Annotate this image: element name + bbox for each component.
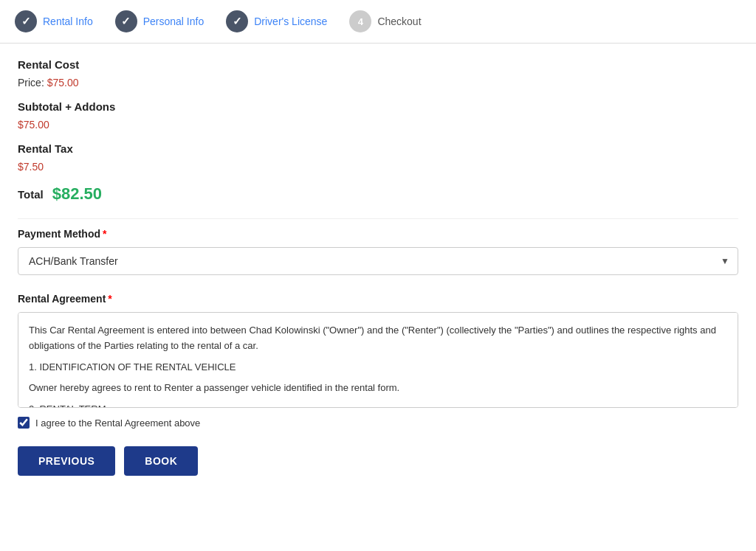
step-circle-3 xyxy=(226,10,248,32)
step-label-drivers-license[interactable]: Driver's License xyxy=(254,15,327,27)
check-icon-3 xyxy=(233,15,242,28)
step-label-checkout[interactable]: Checkout xyxy=(377,15,421,27)
subtotal-title: Subtotal + Addons xyxy=(18,100,738,113)
main-content: Rental Cost Price: $75.00 Subtotal + Add… xyxy=(0,44,756,491)
step-checkout[interactable]: 4 Checkout xyxy=(349,10,421,32)
step-label-rental-info[interactable]: Rental Info xyxy=(43,15,93,27)
price-line: Price: $75.00 xyxy=(18,77,738,89)
total-row: Total $82.50 xyxy=(18,184,738,204)
payment-required-star: * xyxy=(103,228,106,240)
rental-cost-title: Rental Cost xyxy=(18,58,738,71)
step-circle-2 xyxy=(115,10,137,32)
agreement-section1-body: Owner hereby agrees to rent to Renter a … xyxy=(29,381,727,396)
agree-checkbox[interactable] xyxy=(18,417,30,429)
total-label: Total xyxy=(18,188,44,201)
price-value: $75.00 xyxy=(47,77,79,89)
step-number-4: 4 xyxy=(358,16,363,27)
agreement-checkbox-row: I agree to the Rental Agreement above xyxy=(18,417,738,429)
step-circle-4: 4 xyxy=(349,10,371,32)
button-row: PREVIOUS BOOK xyxy=(18,446,738,476)
previous-button[interactable]: PREVIOUS xyxy=(18,446,115,476)
price-label: Price: xyxy=(18,77,44,89)
step-label-personal-info[interactable]: Personal Info xyxy=(143,15,205,27)
payment-method-select[interactable]: ACH/Bank Transfer Credit Card Cash Check xyxy=(18,247,738,275)
total-value: $82.50 xyxy=(52,184,102,204)
subtotal-value: $75.00 xyxy=(18,119,738,131)
agreement-text-box[interactable]: This Car Rental Agreement is entered int… xyxy=(18,312,738,408)
step-personal-info[interactable]: Personal Info xyxy=(115,10,205,32)
check-icon-2 xyxy=(121,15,131,28)
stepper: Rental Info Personal Info Driver's Licen… xyxy=(0,0,756,44)
agreement-required-star: * xyxy=(108,293,111,305)
agreement-label: Rental Agreement* xyxy=(18,293,738,305)
agreement-paragraph-1: This Car Rental Agreement is entered int… xyxy=(29,323,727,354)
book-button[interactable]: BOOK xyxy=(124,446,198,476)
step-circle-1 xyxy=(15,10,37,32)
check-icon-1 xyxy=(21,15,31,28)
agreement-section1-title: 1. IDENTIFICATION OF THE RENTAL VEHICLE xyxy=(29,360,727,375)
agree-checkbox-label[interactable]: I agree to the Rental Agreement above xyxy=(35,417,200,429)
payment-method-label: Payment Method* xyxy=(18,228,738,240)
step-rental-info[interactable]: Rental Info xyxy=(15,10,93,32)
payment-select-wrapper: ACH/Bank Transfer Credit Card Cash Check… xyxy=(18,247,738,275)
tax-title: Rental Tax xyxy=(18,142,738,155)
divider-1 xyxy=(18,218,738,219)
tax-value: $7.50 xyxy=(18,161,738,173)
step-drivers-license[interactable]: Driver's License xyxy=(226,10,327,32)
agreement-section2-title: 2. RENTAL TERM xyxy=(29,402,727,408)
